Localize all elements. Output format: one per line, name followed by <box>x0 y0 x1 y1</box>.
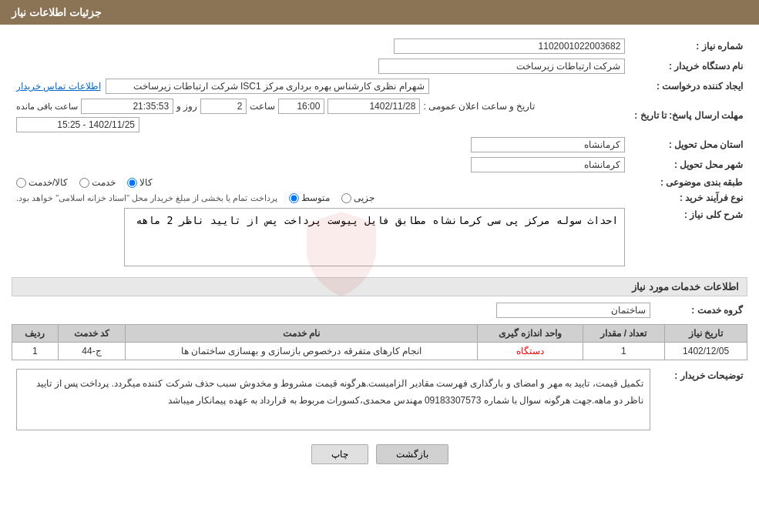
tabaghebandi-row: کالا/خدمت خدمت کالا <box>12 175 630 190</box>
tarikh-elan-label: تاریخ و ساعت اعلان عمومی : <box>423 101 535 112</box>
cell-tarikh: 1402/12/05 <box>665 342 747 360</box>
back-button[interactable]: بازگشت <box>376 444 448 464</box>
gorooh-khadamat-input: ساختمان <box>496 303 650 318</box>
gorooh-khadamat-row: ساختمان <box>12 300 655 320</box>
radio-jozee-item[interactable]: جزیی <box>341 192 374 203</box>
cell-naam: انجام کارهای متفرقه درخصوص بازسازی و بهس… <box>126 342 478 360</box>
remaining-time-input: 21:35:53 <box>81 99 173 114</box>
radio-mottaset-item[interactable]: متوسط <box>289 192 330 203</box>
radio-mottaset[interactable] <box>289 193 299 203</box>
table-row: 1402/12/05 1 دستگاه انجام کارهای متفرقه … <box>12 342 747 360</box>
ostan-row: کرمانشاه <box>12 135 630 155</box>
tozihat-content: تکمیل قیمت، تایید به مهر و امضای و بارگذ… <box>16 369 650 430</box>
col-code-khadamat: کد خدمت <box>58 324 126 342</box>
col-vahad: واحد اندازه گیری <box>477 324 583 342</box>
ijad-konande-label: ایجاد کننده درخواست : <box>630 76 747 96</box>
page-header: جزئیات اطلاعات نیاز <box>0 0 759 25</box>
print-button[interactable]: چاپ <box>311 444 368 464</box>
radio-khadamat[interactable] <box>79 178 89 188</box>
nooe-farayand-note: پرداخت تمام یا بخشی از مبلغ خریدار محل "… <box>16 193 277 203</box>
services-table: تاریخ نیاز تعداد / مقدار واحد اندازه گیر… <box>12 324 747 360</box>
nam-dastgah-label: نام دستگاه خریدار : <box>630 56 747 76</box>
radio-kala-khadamat-item[interactable]: کالا/خدمت <box>16 177 68 188</box>
shomara-niaz-value: 1102001022003682 <box>374 36 630 56</box>
col-tedad: تعداد / مقدار <box>583 324 665 342</box>
cell-vahad: دستگاه <box>477 342 583 360</box>
day-label: روز و <box>176 101 197 112</box>
page-title: جزئیات اطلاعات نیاز <box>12 6 102 18</box>
khadamat-section-title: اطلاعات خدمات مورد نیاز <box>12 277 747 296</box>
shahr-input: کرمانشاه <box>471 157 625 172</box>
action-buttons: بازگشت چاپ <box>12 444 747 464</box>
nam-dastgah-value: شرکت ارتباطات زیرساخت <box>12 56 630 76</box>
saat-label: ساعت <box>250 101 275 112</box>
col-radif: ردیف <box>12 324 59 342</box>
sharh-row: احداث سوله مرکز پی سی کرمانشاه مطابق فای… <box>12 206 630 271</box>
sharh-label: شرح کلی نیاز : <box>630 206 747 271</box>
col-tarikh-niaz: تاریخ نیاز <box>665 324 747 342</box>
shomara-niaz-label: شماره نیاز : <box>630 36 747 56</box>
sharh-textarea[interactable]: احداث سوله مرکز پی سی کرمانشاه مطابق فای… <box>124 208 625 266</box>
deadline-date-input: 1402/11/28 <box>327 99 420 114</box>
time-input: 16:00 <box>278 99 324 114</box>
radio-kala-item[interactable]: کالا <box>127 177 153 188</box>
nooe-farayand-label: نوع فرآیند خرید : <box>630 190 747 206</box>
ostan-input: کرمانشاه <box>471 137 625 152</box>
mohlat-ersal-row: ساعت باقی مانده 21:35:53 روز و 2 ساعت 16… <box>12 96 630 135</box>
shomara-niaz-input: 1102001022003682 <box>394 38 625 54</box>
radio-kala-khadamat[interactable] <box>16 178 26 188</box>
tamas-kharidaar-link[interactable]: اطلاعات تماس خریدار <box>16 81 101 92</box>
shahr-row: کرمانشاه <box>12 155 630 175</box>
day-input: 2 <box>200 99 247 114</box>
cell-code: ج-44 <box>58 342 126 360</box>
radio-jozee[interactable] <box>341 193 351 203</box>
mohlat-ersal-label: مهلت ارسال پاسخ: تا تاریخ : <box>630 96 747 135</box>
tozihat-label: توضیحات خریدار : <box>655 366 747 433</box>
cell-radif: 1 <box>12 342 59 360</box>
tarikh-elan-input: 1402/11/25 - 15:25 <box>16 117 139 132</box>
ijad-konande-row: اطلاعات تماس خریدار شهرام نظری کارشناس ب… <box>12 76 630 96</box>
tozihat-row: تکمیل قیمت، تایید به مهر و امضای و بارگذ… <box>12 366 655 433</box>
ostan-label: استان محل تحویل : <box>630 135 747 155</box>
col-naam-khadamat: نام خدمت <box>126 324 478 342</box>
nam-dastgah-input: شرکت ارتباطات زیرساخت <box>378 59 625 74</box>
tabaghebandi-label: طبقه بندی موضوعی : <box>630 175 747 190</box>
cell-tedad: 1 <box>583 342 665 360</box>
radio-kala[interactable] <box>127 178 137 188</box>
shahr-label: شهر محل تحویل : <box>630 155 747 175</box>
ijad-konande-input: شهرام نظری کارشناس بهره برداری مرکز ISC1… <box>106 79 429 94</box>
radio-khadamat-item[interactable]: خدمت <box>79 177 116 188</box>
gorooh-khadamat-label: گروه خدمت : <box>655 300 747 320</box>
nooe-farayand-row: پرداخت تمام یا بخشی از مبلغ خریدار محل "… <box>12 190 630 206</box>
remaining-time-label: ساعت باقی مانده <box>16 102 78 112</box>
